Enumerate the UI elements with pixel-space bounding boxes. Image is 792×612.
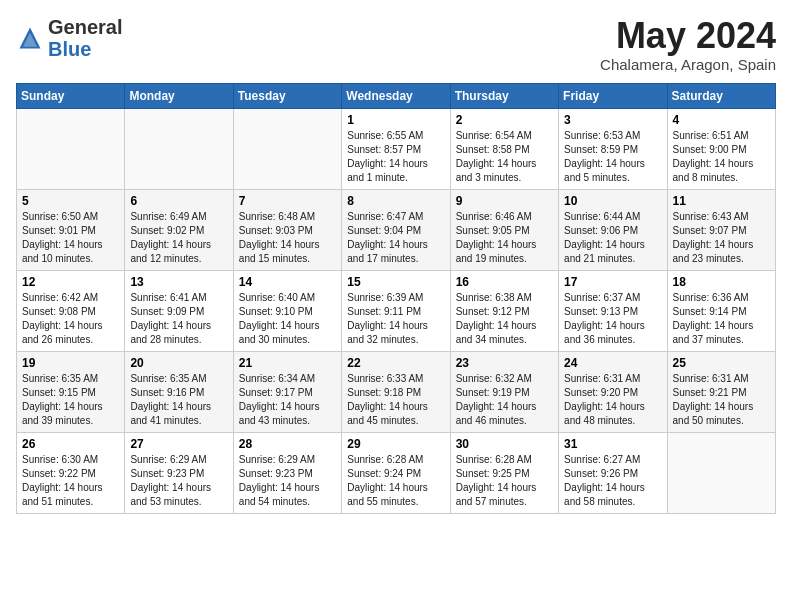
day-content: Sunrise: 6:31 AM Sunset: 9:20 PM Dayligh… xyxy=(564,372,661,428)
day-content: Sunrise: 6:47 AM Sunset: 9:04 PM Dayligh… xyxy=(347,210,444,266)
calendar-cell: 15Sunrise: 6:39 AM Sunset: 9:11 PM Dayli… xyxy=(342,270,450,351)
calendar-cell xyxy=(233,108,341,189)
calendar-cell xyxy=(17,108,125,189)
day-content: Sunrise: 6:54 AM Sunset: 8:58 PM Dayligh… xyxy=(456,129,553,185)
calendar-cell: 28Sunrise: 6:29 AM Sunset: 9:23 PM Dayli… xyxy=(233,432,341,513)
day-content: Sunrise: 6:36 AM Sunset: 9:14 PM Dayligh… xyxy=(673,291,770,347)
day-number: 31 xyxy=(564,437,661,451)
calendar-cell: 17Sunrise: 6:37 AM Sunset: 9:13 PM Dayli… xyxy=(559,270,667,351)
day-content: Sunrise: 6:44 AM Sunset: 9:06 PM Dayligh… xyxy=(564,210,661,266)
calendar-cell xyxy=(125,108,233,189)
day-number: 3 xyxy=(564,113,661,127)
day-number: 1 xyxy=(347,113,444,127)
logo-general: General xyxy=(48,16,122,38)
day-number: 16 xyxy=(456,275,553,289)
day-number: 22 xyxy=(347,356,444,370)
day-number: 7 xyxy=(239,194,336,208)
weekday-header-tuesday: Tuesday xyxy=(233,83,341,108)
day-number: 18 xyxy=(673,275,770,289)
calendar-cell: 16Sunrise: 6:38 AM Sunset: 9:12 PM Dayli… xyxy=(450,270,558,351)
day-number: 10 xyxy=(564,194,661,208)
weekday-header-sunday: Sunday xyxy=(17,83,125,108)
day-number: 28 xyxy=(239,437,336,451)
day-content: Sunrise: 6:39 AM Sunset: 9:11 PM Dayligh… xyxy=(347,291,444,347)
calendar-cell: 11Sunrise: 6:43 AM Sunset: 9:07 PM Dayli… xyxy=(667,189,775,270)
day-number: 11 xyxy=(673,194,770,208)
calendar-cell: 25Sunrise: 6:31 AM Sunset: 9:21 PM Dayli… xyxy=(667,351,775,432)
day-content: Sunrise: 6:55 AM Sunset: 8:57 PM Dayligh… xyxy=(347,129,444,185)
calendar-body: 1Sunrise: 6:55 AM Sunset: 8:57 PM Daylig… xyxy=(17,108,776,513)
day-content: Sunrise: 6:28 AM Sunset: 9:25 PM Dayligh… xyxy=(456,453,553,509)
day-number: 9 xyxy=(456,194,553,208)
day-number: 13 xyxy=(130,275,227,289)
calendar-week-1: 1Sunrise: 6:55 AM Sunset: 8:57 PM Daylig… xyxy=(17,108,776,189)
weekday-header-monday: Monday xyxy=(125,83,233,108)
calendar-cell: 19Sunrise: 6:35 AM Sunset: 9:15 PM Dayli… xyxy=(17,351,125,432)
day-content: Sunrise: 6:38 AM Sunset: 9:12 PM Dayligh… xyxy=(456,291,553,347)
day-content: Sunrise: 6:32 AM Sunset: 9:19 PM Dayligh… xyxy=(456,372,553,428)
day-content: Sunrise: 6:35 AM Sunset: 9:15 PM Dayligh… xyxy=(22,372,119,428)
calendar-cell: 9Sunrise: 6:46 AM Sunset: 9:05 PM Daylig… xyxy=(450,189,558,270)
day-number: 15 xyxy=(347,275,444,289)
calendar-cell: 30Sunrise: 6:28 AM Sunset: 9:25 PM Dayli… xyxy=(450,432,558,513)
day-number: 19 xyxy=(22,356,119,370)
day-number: 30 xyxy=(456,437,553,451)
title-block: May 2024 Chalamera, Aragon, Spain xyxy=(600,16,776,73)
weekday-header-wednesday: Wednesday xyxy=(342,83,450,108)
day-content: Sunrise: 6:35 AM Sunset: 9:16 PM Dayligh… xyxy=(130,372,227,428)
day-content: Sunrise: 6:40 AM Sunset: 9:10 PM Dayligh… xyxy=(239,291,336,347)
calendar-cell: 7Sunrise: 6:48 AM Sunset: 9:03 PM Daylig… xyxy=(233,189,341,270)
day-content: Sunrise: 6:28 AM Sunset: 9:24 PM Dayligh… xyxy=(347,453,444,509)
calendar-cell: 10Sunrise: 6:44 AM Sunset: 9:06 PM Dayli… xyxy=(559,189,667,270)
day-content: Sunrise: 6:46 AM Sunset: 9:05 PM Dayligh… xyxy=(456,210,553,266)
calendar-cell: 5Sunrise: 6:50 AM Sunset: 9:01 PM Daylig… xyxy=(17,189,125,270)
calendar-cell: 20Sunrise: 6:35 AM Sunset: 9:16 PM Dayli… xyxy=(125,351,233,432)
calendar-cell: 1Sunrise: 6:55 AM Sunset: 8:57 PM Daylig… xyxy=(342,108,450,189)
day-content: Sunrise: 6:41 AM Sunset: 9:09 PM Dayligh… xyxy=(130,291,227,347)
day-content: Sunrise: 6:34 AM Sunset: 9:17 PM Dayligh… xyxy=(239,372,336,428)
page-header: General Blue May 2024 Chalamera, Aragon,… xyxy=(16,16,776,73)
day-number: 4 xyxy=(673,113,770,127)
calendar-cell: 6Sunrise: 6:49 AM Sunset: 9:02 PM Daylig… xyxy=(125,189,233,270)
calendar-cell: 14Sunrise: 6:40 AM Sunset: 9:10 PM Dayli… xyxy=(233,270,341,351)
calendar-week-5: 26Sunrise: 6:30 AM Sunset: 9:22 PM Dayli… xyxy=(17,432,776,513)
calendar-cell: 23Sunrise: 6:32 AM Sunset: 9:19 PM Dayli… xyxy=(450,351,558,432)
calendar-cell xyxy=(667,432,775,513)
calendar-cell: 18Sunrise: 6:36 AM Sunset: 9:14 PM Dayli… xyxy=(667,270,775,351)
weekday-header-friday: Friday xyxy=(559,83,667,108)
day-content: Sunrise: 6:49 AM Sunset: 9:02 PM Dayligh… xyxy=(130,210,227,266)
weekday-header-saturday: Saturday xyxy=(667,83,775,108)
calendar-cell: 13Sunrise: 6:41 AM Sunset: 9:09 PM Dayli… xyxy=(125,270,233,351)
calendar-cell: 29Sunrise: 6:28 AM Sunset: 9:24 PM Dayli… xyxy=(342,432,450,513)
calendar-week-4: 19Sunrise: 6:35 AM Sunset: 9:15 PM Dayli… xyxy=(17,351,776,432)
day-number: 29 xyxy=(347,437,444,451)
day-number: 27 xyxy=(130,437,227,451)
logo: General Blue xyxy=(16,16,122,60)
day-content: Sunrise: 6:29 AM Sunset: 9:23 PM Dayligh… xyxy=(239,453,336,509)
weekday-header-row: SundayMondayTuesdayWednesdayThursdayFrid… xyxy=(17,83,776,108)
day-number: 12 xyxy=(22,275,119,289)
day-number: 20 xyxy=(130,356,227,370)
calendar-cell: 31Sunrise: 6:27 AM Sunset: 9:26 PM Dayli… xyxy=(559,432,667,513)
day-content: Sunrise: 6:43 AM Sunset: 9:07 PM Dayligh… xyxy=(673,210,770,266)
calendar-week-3: 12Sunrise: 6:42 AM Sunset: 9:08 PM Dayli… xyxy=(17,270,776,351)
day-number: 21 xyxy=(239,356,336,370)
day-number: 14 xyxy=(239,275,336,289)
calendar-cell: 26Sunrise: 6:30 AM Sunset: 9:22 PM Dayli… xyxy=(17,432,125,513)
day-number: 24 xyxy=(564,356,661,370)
logo-text: General Blue xyxy=(48,16,122,60)
day-content: Sunrise: 6:33 AM Sunset: 9:18 PM Dayligh… xyxy=(347,372,444,428)
logo-icon xyxy=(16,24,44,52)
calendar-cell: 3Sunrise: 6:53 AM Sunset: 8:59 PM Daylig… xyxy=(559,108,667,189)
day-number: 23 xyxy=(456,356,553,370)
location-title: Chalamera, Aragon, Spain xyxy=(600,56,776,73)
day-content: Sunrise: 6:27 AM Sunset: 9:26 PM Dayligh… xyxy=(564,453,661,509)
day-content: Sunrise: 6:53 AM Sunset: 8:59 PM Dayligh… xyxy=(564,129,661,185)
calendar-header: SundayMondayTuesdayWednesdayThursdayFrid… xyxy=(17,83,776,108)
day-content: Sunrise: 6:29 AM Sunset: 9:23 PM Dayligh… xyxy=(130,453,227,509)
calendar-cell: 24Sunrise: 6:31 AM Sunset: 9:20 PM Dayli… xyxy=(559,351,667,432)
day-number: 26 xyxy=(22,437,119,451)
day-content: Sunrise: 6:37 AM Sunset: 9:13 PM Dayligh… xyxy=(564,291,661,347)
logo-blue: Blue xyxy=(48,38,91,60)
day-number: 25 xyxy=(673,356,770,370)
